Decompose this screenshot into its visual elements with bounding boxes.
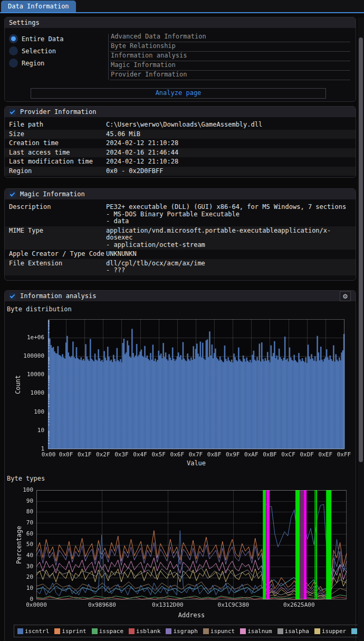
analysis-option-byte-relationship[interactable]: Byte Relationship xyxy=(110,42,350,52)
radio-entire-data-circle[interactable] xyxy=(9,34,18,43)
byte-types-legend: iscntrlisprintisspaceisblankisgraphispun… xyxy=(14,625,364,637)
row-label: MIME Type xyxy=(9,227,106,249)
row-value: 0x0 - 0x2D0FBFF xyxy=(106,168,356,175)
legend-item-isprint[interactable]: isprint xyxy=(54,628,86,635)
information-analysis-title: Information analysis xyxy=(20,292,97,300)
row-label: Region xyxy=(9,168,106,175)
radio-selection-label: Selection xyxy=(22,47,56,55)
row-value: 2024-02-12 21:10:28 xyxy=(106,158,356,166)
row-label: Description xyxy=(9,204,106,225)
isalpha-label: isalpha xyxy=(285,628,309,635)
settings-panel: Settings Entire Data Selection Region Ad… xyxy=(4,17,356,102)
magic-information-title: Magic Information xyxy=(20,190,85,198)
table-row-size: Size 45.06 MiB xyxy=(5,130,356,139)
legend-item-iscntrl[interactable]: iscntrl xyxy=(17,628,49,635)
table-row-creation-time: Creation time 2024-02-12 21:10:28 xyxy=(5,139,356,148)
radio-selection[interactable]: Selection xyxy=(9,45,108,57)
isalnum-label: isalnum xyxy=(247,628,272,635)
radio-region-circle[interactable] xyxy=(9,59,18,68)
byte-types-y-axis-label: Percentage xyxy=(15,519,23,571)
analysis-option-information-analysis[interactable]: Information analysis xyxy=(110,52,350,61)
radio-entire-data[interactable]: Entire Data xyxy=(9,33,108,45)
provider-information-header: Provider Information xyxy=(5,107,356,117)
radio-selection-circle[interactable] xyxy=(9,46,18,55)
provider-information-checkbox[interactable] xyxy=(9,109,16,116)
settings-separator xyxy=(108,34,109,80)
byte-types-chart[interactable] xyxy=(10,486,353,618)
tab-data-information[interactable]: Data Information xyxy=(1,1,76,12)
iscntrl-label: iscntrl xyxy=(25,628,49,635)
iscntrl-swatch xyxy=(17,628,23,634)
gear-icon[interactable]: ⚙ xyxy=(340,291,351,301)
isspace-label: isspace xyxy=(99,628,123,635)
row-label: Creation time xyxy=(9,140,106,147)
byte-distribution-y-axis-label: Count xyxy=(14,358,22,411)
table-row-last-access-time: Last access time 2024-02-16 21:46:44 xyxy=(5,148,356,158)
isupper-label: isupper xyxy=(322,628,346,635)
information-analysis-checkbox[interactable] xyxy=(9,293,16,300)
tab-bar: Data Information xyxy=(0,0,364,12)
magic-information-panel: Magic Information Description PE32+ exec… xyxy=(4,188,356,281)
isalnum-swatch xyxy=(240,628,246,634)
magic-information-checkbox[interactable] xyxy=(9,191,16,198)
legend-item-isalpha[interactable]: isalpha xyxy=(277,628,309,635)
legend-item-isblank[interactable]: isblank xyxy=(129,628,160,635)
table-row-region: Region 0x0 - 0x2D0FBFF xyxy=(5,167,356,176)
isgraph-label: isgraph xyxy=(173,628,197,635)
legend-item-isalnum[interactable]: isalnum xyxy=(240,628,272,635)
row-label: Last modification time xyxy=(9,158,106,166)
row-label: Last access time xyxy=(9,149,106,157)
row-value: 2024-02-16 21:46:44 xyxy=(106,149,356,157)
analysis-option-advanced-data-information[interactable]: Advanced Data Information xyxy=(110,33,350,42)
information-analysis-panel: Information analysis ⚙ Byte distribution… xyxy=(4,290,356,641)
legend-item-isspace[interactable]: isspace xyxy=(92,628,123,635)
data-information-window: { "tab": {"title": "Data Information"}, … xyxy=(0,0,364,641)
row-label: File path xyxy=(9,121,106,129)
row-value: dll/cpl/tlb/ocx/acm/ax/ime- ??? xyxy=(106,260,356,274)
table-row-last-modification-time: Last modification time 2024-02-12 21:10:… xyxy=(5,157,356,167)
tab-underline xyxy=(0,12,364,13)
legend-item-isgraph[interactable]: isgraph xyxy=(166,628,197,635)
scrollbar-track[interactable] xyxy=(358,17,364,641)
row-value: UNKNUNKN xyxy=(106,251,356,258)
row-label: File Extension xyxy=(9,260,106,274)
settings-header: Settings xyxy=(5,17,356,28)
byte-distribution-x-axis-label: Value xyxy=(48,460,344,467)
row-value: application/vnd.microsoft.portable-execu… xyxy=(106,227,356,249)
row-value: 45.06 MiB xyxy=(106,131,356,138)
legend-item-isupper[interactable]: isupper xyxy=(314,628,346,635)
provider-information-panel: Provider Information File path C:\Users\… xyxy=(4,106,356,178)
analyze-page-button[interactable]: Analyze page xyxy=(31,88,326,99)
ispunct-label: ispunct xyxy=(210,628,235,635)
table-row-mime-type: MIME Type application/vnd.microsoft.port… xyxy=(5,226,356,250)
row-value: 2024-02-12 21:10:28 xyxy=(106,140,356,147)
table-row-apple-creator-type-code: Apple Creator / Type Code UNKNUNKN xyxy=(5,250,356,259)
magic-information-header: Magic Information xyxy=(5,189,356,199)
byte-distribution-label: Byte distribution xyxy=(7,305,72,313)
isprint-label: isprint xyxy=(62,628,86,635)
radio-region[interactable]: Region xyxy=(9,57,108,69)
provider-information-title: Provider Information xyxy=(20,108,97,116)
isblank-label: isblank xyxy=(136,628,160,635)
information-analysis-header: Information analysis ⚙ xyxy=(5,291,356,301)
table-row-description: Description PE32+ executable (DLL) (GUI)… xyxy=(5,203,356,226)
analyses-list: Advanced Data Information Byte Relations… xyxy=(110,33,350,80)
isalpha-swatch xyxy=(277,628,283,634)
analysis-option-magic-information[interactable]: Magic Information xyxy=(110,61,350,71)
radio-entire-data-label: Entire Data xyxy=(22,35,63,43)
magic-information-table: Description PE32+ executable (DLL) (GUI)… xyxy=(5,203,356,275)
analysis-option-provider-information[interactable]: Provider Information xyxy=(110,71,350,80)
byte-distribution-chart[interactable] xyxy=(10,315,353,458)
table-row-file-path: File path C:\Users\werwo\Downloads\GameA… xyxy=(5,120,356,130)
isprint-swatch xyxy=(54,628,60,634)
scrollbar-thumb[interactable] xyxy=(359,37,363,462)
radio-region-label: Region xyxy=(22,60,44,67)
legend-item-ispunct[interactable]: ispunct xyxy=(203,628,235,635)
settings-title: Settings xyxy=(9,19,40,26)
islower-swatch xyxy=(351,628,357,634)
isspace-swatch xyxy=(92,628,98,634)
byte-types-x-axis-label: Address xyxy=(36,611,347,619)
table-row-file-extension: File Extension dll/cpl/tlb/ocx/acm/ax/im… xyxy=(5,259,356,275)
ispunct-swatch xyxy=(203,628,209,634)
row-value: PE32+ executable (DLL) (GUI) x86-64, for… xyxy=(106,204,356,225)
